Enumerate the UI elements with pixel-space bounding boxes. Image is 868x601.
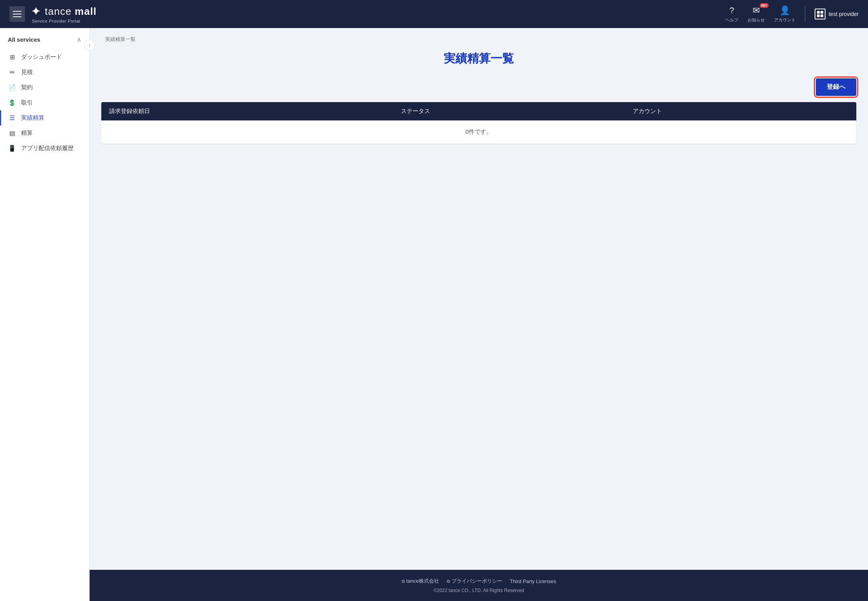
footer-link-privacy[interactable]: ⧉ プライバシーポリシー bbox=[447, 578, 502, 585]
register-button[interactable]: 登録へ bbox=[816, 78, 856, 96]
main-layout: All services ∧ ⊞ ダッシュボード ✏ 見積 📄 契約 💲 取引 … bbox=[0, 28, 868, 601]
sidebar-item-dashboard[interactable]: ⊞ ダッシュボード bbox=[0, 49, 89, 65]
sidebar-item-performance-label: 実績精算 bbox=[21, 114, 44, 122]
col-request-date: 請求登録依頼日 bbox=[101, 102, 393, 120]
sidebar-item-contract-label: 契約 bbox=[21, 84, 33, 91]
footer-link-privacy-label: プライバシーポリシー bbox=[452, 578, 502, 585]
header-left: ✦ tance mall Service Provider Portal bbox=[9, 5, 97, 23]
account-nav-item[interactable]: 👤 アカウント bbox=[774, 5, 796, 23]
account-label: アカウント bbox=[774, 17, 796, 23]
sidebar-collapse-button[interactable]: ∧ bbox=[77, 36, 81, 43]
content-area: 実績精算一覧 実績精算一覧 登録へ 請求登録依頼日 ステータス アカウント 0件… bbox=[90, 28, 868, 570]
account-icon: 👤 bbox=[780, 5, 790, 16]
hamburger-button[interactable] bbox=[9, 6, 25, 22]
logo-icon: ✦ bbox=[31, 5, 42, 18]
sidebar-item-contract[interactable]: 📄 契約 bbox=[0, 80, 89, 95]
provider-icon bbox=[815, 9, 826, 19]
settlement-icon: ▤ bbox=[8, 129, 16, 137]
help-nav-item[interactable]: ? ヘルプ bbox=[725, 5, 738, 23]
external-link-icon-1: ⧉ bbox=[402, 579, 405, 584]
logo-subtitle: Service Provider Portal bbox=[32, 19, 97, 23]
notifications-nav-item[interactable]: ✉ 99+ お知らせ bbox=[748, 5, 765, 23]
sidebar-item-app-history[interactable]: 📱 アプリ配信依頼履歴 bbox=[0, 141, 89, 156]
dashboard-icon: ⊞ bbox=[8, 53, 16, 61]
sidebar-toggle-button[interactable]: ‹ bbox=[84, 40, 95, 51]
header-divider bbox=[805, 6, 805, 22]
sidebar-item-dashboard-label: ダッシュボード bbox=[21, 53, 62, 61]
col-account: アカウント bbox=[625, 102, 856, 120]
table-empty-message: 0件です。 bbox=[101, 120, 856, 144]
table-header-row: 請求登録依頼日 ステータス アカウント bbox=[101, 102, 856, 120]
logo-top: ✦ tance mall bbox=[31, 5, 97, 18]
register-button-wrap: 登録へ bbox=[101, 78, 856, 96]
header-right: ? ヘルプ ✉ 99+ お知らせ 👤 アカウント test provider bbox=[725, 5, 859, 23]
transaction-icon: 💲 bbox=[8, 99, 16, 106]
table-body: 0件です。 bbox=[101, 120, 856, 144]
app-footer: ⧉ tance株式会社 ⧉ プライバシーポリシー Third Party Lic… bbox=[90, 570, 868, 601]
provider-name: test provider bbox=[829, 11, 859, 17]
sidebar-item-transaction[interactable]: 💲 取引 bbox=[0, 95, 89, 110]
notifications-label: お知らせ bbox=[748, 17, 765, 23]
help-label: ヘルプ bbox=[725, 17, 738, 23]
sidebar-item-app-history-label: アプリ配信依頼履歴 bbox=[21, 145, 74, 152]
logo-text: tance mall bbox=[45, 5, 97, 18]
footer-link-tance[interactable]: ⧉ tance株式会社 bbox=[402, 578, 439, 585]
performance-icon: ☰ bbox=[8, 114, 16, 122]
app-header: ✦ tance mall Service Provider Portal ? ヘ… bbox=[0, 0, 868, 28]
content-wrap: ‹ 実績精算一覧 実績精算一覧 登録へ 請求登録依頼日 ステータス アカウント … bbox=[90, 28, 868, 601]
provider-grid-icon bbox=[817, 11, 823, 17]
table-empty-row: 0件です。 bbox=[101, 120, 856, 144]
sidebar-item-settlement-label: 精算 bbox=[21, 129, 33, 137]
help-icon: ? bbox=[729, 5, 734, 16]
table-header: 請求登録依頼日 ステータス アカウント bbox=[101, 102, 856, 120]
logo-area: ✦ tance mall Service Provider Portal bbox=[31, 5, 97, 23]
sidebar: All services ∧ ⊞ ダッシュボード ✏ 見積 📄 契約 💲 取引 … bbox=[0, 28, 90, 601]
page-title: 実績精算一覧 bbox=[101, 51, 856, 67]
sidebar-item-estimate[interactable]: ✏ 見積 bbox=[0, 65, 89, 80]
app-history-icon: 📱 bbox=[8, 145, 16, 152]
logo-text-part2: mall bbox=[75, 5, 97, 17]
sidebar-header: All services ∧ bbox=[0, 36, 89, 49]
notifications-icon: ✉ bbox=[753, 5, 760, 16]
footer-links: ⧉ tance株式会社 ⧉ プライバシーポリシー Third Party Lic… bbox=[97, 578, 860, 585]
sidebar-item-estimate-label: 見積 bbox=[21, 69, 33, 76]
sidebar-title: All services bbox=[8, 36, 40, 43]
estimate-icon: ✏ bbox=[8, 69, 16, 76]
footer-copyright: ©2022 tance CO., LTD. All Rights Reserve… bbox=[97, 588, 860, 593]
footer-link-third-party[interactable]: Third Party Licenses bbox=[510, 578, 556, 585]
provider-area[interactable]: test provider bbox=[815, 9, 859, 19]
footer-link-third-party-label: Third Party Licenses bbox=[510, 578, 556, 584]
sidebar-item-transaction-label: 取引 bbox=[21, 99, 33, 106]
sidebar-item-settlement[interactable]: ▤ 精算 bbox=[0, 126, 89, 141]
notifications-badge: 99+ bbox=[760, 3, 769, 8]
sidebar-item-performance[interactable]: ☰ 実績精算 bbox=[0, 110, 89, 126]
logo-text-part1: tance bbox=[45, 5, 72, 17]
contract-icon: 📄 bbox=[8, 84, 16, 91]
performance-table: 請求登録依頼日 ステータス アカウント 0件です。 bbox=[101, 102, 856, 144]
col-status: ステータス bbox=[393, 102, 625, 120]
external-link-icon-2: ⧉ bbox=[447, 579, 450, 584]
breadcrumb: 実績精算一覧 bbox=[101, 36, 856, 43]
footer-link-tance-label: tance株式会社 bbox=[406, 578, 439, 585]
